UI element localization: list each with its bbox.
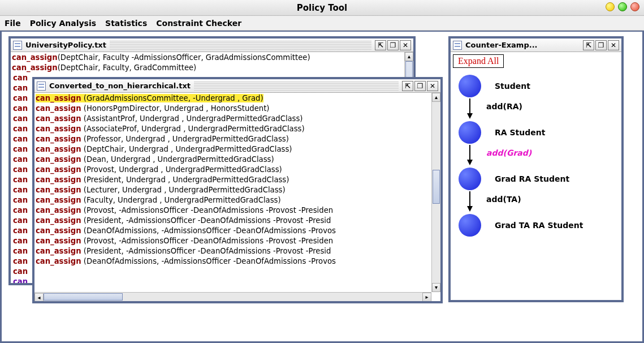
app-title: Policy Tool: [0, 3, 644, 13]
rule-args: (President, Undergrad , UndergradPermitt…: [81, 175, 289, 184]
rule-args: (Provost, Undergrad , UndergradPermitted…: [81, 165, 282, 174]
rule-line[interactable]: can_assign (GradAdmissionsCommittee, -Un…: [36, 93, 431, 104]
zoom-window-icon[interactable]: [618, 2, 627, 11]
rule-args: (DeanOfAdmissions, -AdmissionsOfficer -D…: [81, 226, 336, 235]
rule-args: (AssociateProf, Undergrad , UndergradPer…: [81, 125, 305, 133]
frame-minimize-icon[interactable]: ⇱: [375, 40, 386, 50]
frame-counter-example[interactable]: Counter-Examp... ⇱ ❐ ✕ Expand All Studen…: [448, 36, 624, 302]
frame-maximize-icon[interactable]: ❐: [387, 40, 399, 50]
edge-label: add(Grad): [486, 148, 531, 157]
titlebar-grip: [110, 41, 371, 50]
frame-close-icon[interactable]: ✕: [427, 81, 438, 91]
rule-args: (HonorsPgmDirector, Undergrad , HonorsSt…: [81, 104, 270, 113]
keyword: can_assign: [36, 145, 81, 153]
frame-close-icon[interactable]: ✕: [400, 40, 411, 50]
menu-file[interactable]: File: [5, 19, 21, 28]
mdi-workspace: UniversityPolicy.txt ⇱ ❐ ✕ can_assign(De…: [0, 31, 644, 343]
keyword: can_assign: [36, 94, 81, 102]
rule-args: (DeptChair, Undergrad , UndergradPermitt…: [81, 145, 292, 153]
titlebar-grip: [194, 82, 399, 91]
frame-converted[interactable]: Converted_to_non_hierarchical.txt ⇱ ❐ ✕ …: [32, 77, 443, 303]
keyword: can_assign: [36, 186, 81, 194]
graph-node[interactable]: Grad TA RA Student: [459, 213, 621, 238]
rule-line[interactable]: can_assign (Provost, -AdmissionsOfficer …: [36, 236, 431, 246]
edge-line-icon: [469, 191, 470, 207]
edge-label: add(RA): [486, 102, 522, 111]
scroll-track[interactable]: [432, 102, 440, 283]
keyword: can_assign: [36, 216, 81, 225]
rule-line[interactable]: can_assign (DeanOfAdmissions, -Admission…: [36, 256, 431, 267]
frame-converted-body: can_assign (GradAdmissionsCommittee, -Un…: [34, 93, 440, 301]
frame-counter-example-body: Expand All Student add(RA) RA Student: [451, 52, 621, 295]
frame-maximize-icon[interactable]: ❐: [414, 81, 426, 91]
close-window-icon[interactable]: [630, 2, 639, 11]
menu-policy-analysis[interactable]: Policy Analysis: [30, 19, 96, 28]
graph-node[interactable]: Grad RA Student: [459, 166, 621, 191]
rule-line[interactable]: can_assign (Lecturer, Undergrad , Underg…: [36, 185, 431, 195]
frame-maximize-icon[interactable]: ❐: [595, 40, 607, 50]
scroll-track[interactable]: [44, 293, 422, 301]
converted-hscroll[interactable]: ◂ ▸: [34, 292, 431, 301]
frame-minimize-icon[interactable]: ⇱: [583, 40, 594, 50]
converted-vscroll[interactable]: ▴ ▾: [431, 93, 440, 292]
rule-args: (Faculty, Undergrad , UndergradPermitted…: [81, 196, 281, 204]
node-circle-icon: [459, 214, 481, 237]
node-circle-icon: [459, 121, 481, 144]
keyword: can_assign: [36, 247, 81, 255]
graph-node[interactable]: Student: [459, 74, 621, 98]
rule-line[interactable]: can_assign (Provost, -AdmissionsOfficer …: [36, 205, 431, 216]
rule-args: (GradAdmissionsCommittee, -Undergrad , G…: [81, 94, 263, 102]
keyword: can_assign: [36, 257, 81, 265]
expand-all-button[interactable]: Expand All: [453, 54, 504, 68]
frame-minimize-icon[interactable]: ⇱: [402, 81, 413, 91]
rule-line[interactable]: can_assign (DeptChair, Undergrad , Under…: [36, 144, 431, 155]
rule-line[interactable]: can_assign (AssociateProf, Undergrad , U…: [36, 124, 431, 134]
counter-example-graph: Student add(RA) RA Student add(Grad): [459, 74, 621, 238]
rule-line[interactable]: can_assign (Faculty, Undergrad , Undergr…: [36, 195, 431, 205]
rule-line[interactable]: can_assign (DeanOfAdmissions, -Admission…: [36, 226, 431, 236]
keyword: can_assign: [36, 175, 81, 184]
keyword: can_assign: [36, 196, 81, 204]
rule-line[interactable]: can_assign (President, Undergrad , Under…: [36, 175, 431, 185]
frame-close-icon[interactable]: ✕: [608, 40, 619, 50]
scroll-left-icon[interactable]: ◂: [34, 293, 44, 301]
frame-converted-titlebar[interactable]: Converted_to_non_hierarchical.txt ⇱ ❐ ✕: [34, 79, 440, 93]
rule-args: (AssistantProf, Undergrad , UndergradPer…: [81, 114, 303, 123]
scroll-thumb[interactable]: [44, 293, 123, 301]
arrowhead-icon: [467, 206, 473, 212]
scroll-thumb[interactable]: [433, 170, 440, 204]
rule-line[interactable]: can_assign (President, -AdmissionsOffice…: [36, 216, 431, 226]
scroll-up-icon[interactable]: ▴: [405, 52, 413, 61]
rule-line[interactable]: can_assign (AssistantProf, Undergrad , U…: [36, 114, 431, 124]
keyword: can_assign: [36, 237, 81, 245]
node-label: Student: [495, 82, 530, 91]
rule-line[interactable]: can_assign (Provost, Undergrad , Undergr…: [36, 165, 431, 175]
scroll-down-icon[interactable]: ▾: [432, 283, 440, 292]
rule-line[interactable]: can_assign (Dean, Undergrad , UndergradP…: [36, 155, 431, 165]
graph-edge: add(RA): [469, 98, 621, 120]
keyword: can_assign: [12, 63, 58, 72]
node-label: RA Student: [495, 128, 545, 137]
keyword: can_assign: [36, 206, 81, 215]
edge-label: add(TA): [486, 195, 521, 204]
minimize-window-icon[interactable]: [606, 2, 615, 11]
graph-node[interactable]: RA Student: [459, 120, 621, 145]
rule-line[interactable]: can_assign (Professor, Undergrad , Under…: [36, 134, 431, 144]
graph-edge: add(TA): [469, 191, 621, 213]
rule-args: (Provost, -AdmissionsOfficer -DeanOfAdmi…: [81, 237, 333, 245]
menu-constraint-checker[interactable]: Constraint Checker: [156, 19, 241, 28]
converted-text[interactable]: can_assign (GradAdmissionsCommittee, -Un…: [34, 93, 433, 292]
scroll-right-icon[interactable]: ▸: [422, 293, 431, 301]
menu-statistics[interactable]: Statistics: [105, 19, 147, 28]
app-titlebar: Policy Tool: [0, 0, 644, 16]
scroll-up-icon[interactable]: ▴: [432, 93, 440, 102]
rule-args: (DeanOfAdmissions, -AdmissionsOfficer -D…: [81, 257, 336, 265]
frame-university-policy-titlebar[interactable]: UniversityPolicy.txt ⇱ ❐ ✕: [11, 38, 413, 52]
arrowhead-icon: [467, 160, 473, 165]
rule-args: (DeptChair, Faculty -AdmissionsOfficer, …: [58, 53, 310, 62]
node-label: Grad RA Student: [495, 174, 569, 183]
frame-counter-example-titlebar[interactable]: Counter-Examp... ⇱ ❐ ✕: [451, 38, 621, 52]
keyword: can_assign: [36, 125, 81, 133]
rule-line[interactable]: can_assign (President, -AdmissionsOffice…: [36, 246, 431, 256]
rule-line[interactable]: can_assign (HonorsPgmDirector, Undergrad…: [36, 104, 431, 114]
